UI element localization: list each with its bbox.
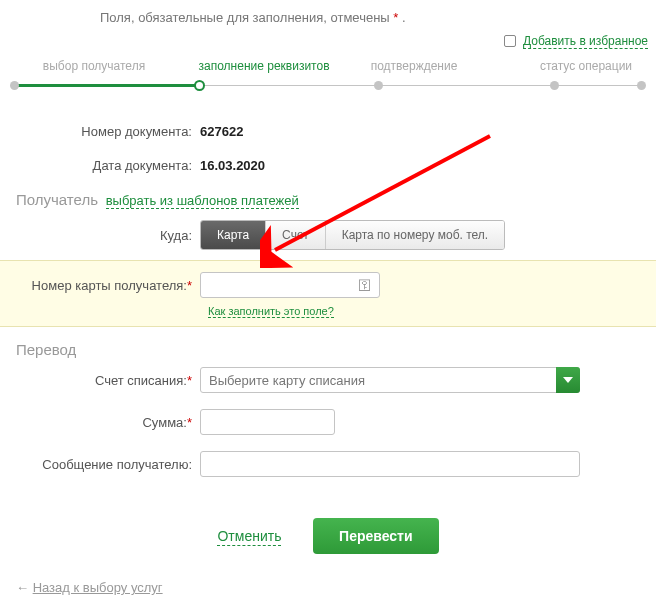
card-number-block: Номер карты получателя:* ⚿ Как заполнить… bbox=[0, 260, 656, 327]
bookmark-icon bbox=[504, 35, 516, 47]
add-favorite[interactable]: Добавить в избранное bbox=[504, 34, 648, 48]
message-input[interactable] bbox=[200, 451, 580, 477]
where-label: Куда: bbox=[16, 228, 200, 243]
step-1-label: выбор получателя bbox=[43, 59, 145, 73]
tab-phone[interactable]: Карта по номеру моб. тел. bbox=[326, 221, 504, 249]
doc-number-label: Номер документа: bbox=[16, 124, 200, 139]
back-link-row: ← Назад к выбору услуг bbox=[16, 580, 656, 595]
doc-date-value: 16.03.2020 bbox=[200, 158, 265, 173]
tab-card[interactable]: Карта bbox=[201, 221, 266, 249]
step-2-label: заполнение реквизитов bbox=[198, 59, 329, 73]
sum-label: Сумма:* bbox=[16, 415, 200, 430]
back-to-services-link[interactable]: Назад к выбору услуг bbox=[33, 580, 163, 595]
key-icon: ⚿ bbox=[358, 277, 372, 293]
arrow-left-icon: ← bbox=[16, 580, 29, 595]
step-4-label: статус операции bbox=[540, 59, 632, 73]
transfer-section-title: Перевод bbox=[16, 341, 640, 358]
doc-date-label: Дата документа: bbox=[16, 158, 200, 173]
sum-input[interactable] bbox=[200, 409, 335, 435]
submit-button[interactable]: Перевести bbox=[313, 518, 438, 554]
field-help-link[interactable]: Как заполнить это поле? bbox=[208, 305, 334, 318]
card-number-input[interactable] bbox=[200, 272, 380, 298]
chevron-down-icon bbox=[556, 367, 580, 393]
recipient-section-title: Получатель bbox=[16, 191, 98, 208]
select-template-link[interactable]: выбрать из шаблонов платежей bbox=[106, 193, 299, 209]
cancel-button[interactable]: Отменить bbox=[217, 528, 281, 546]
writeoff-label: Счет списания:* bbox=[16, 373, 200, 388]
progress-stepper: выбор получателя заполнение реквизитов п… bbox=[14, 59, 642, 99]
card-number-label: Номер карты получателя:* bbox=[16, 278, 200, 293]
writeoff-select[interactable]: Выберите карту списания bbox=[200, 367, 580, 393]
destination-tabs: Карта Счет Карта по номеру моб. тел. bbox=[200, 220, 505, 250]
tab-account[interactable]: Счет bbox=[266, 221, 326, 249]
message-label: Сообщение получателю: bbox=[16, 457, 200, 472]
doc-number-value: 627622 bbox=[200, 124, 243, 139]
add-favorite-link[interactable]: Добавить в избранное bbox=[523, 34, 648, 49]
required-fields-note: Поля, обязательные для заполнения, отмеч… bbox=[0, 0, 656, 29]
step-3-label: подтверждение bbox=[371, 59, 458, 73]
